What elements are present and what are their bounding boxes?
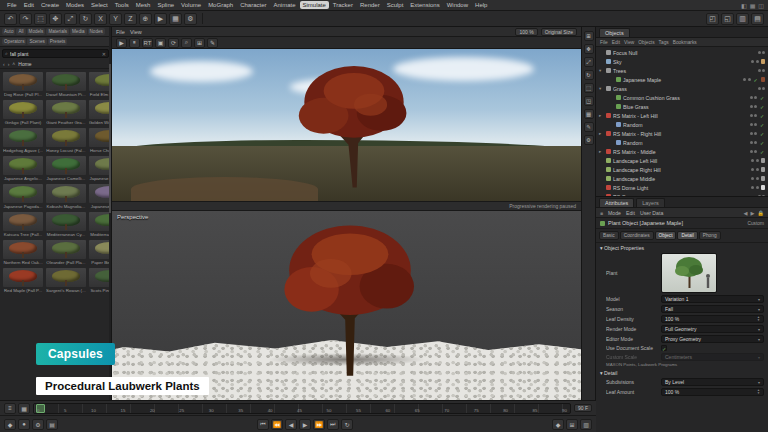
doc-scale-checkbox[interactable]: ✓	[661, 345, 667, 351]
attributes-tab[interactable]: Layers	[636, 198, 665, 207]
transport-button[interactable]: ◀	[285, 419, 297, 430]
transport-button[interactable]: ⏩	[313, 419, 325, 430]
mode-icon[interactable]: ▦	[584, 109, 594, 119]
toolbar-icon[interactable]: ▦	[169, 13, 182, 25]
leaf-density-input[interactable]: 100 %▲▼	[661, 315, 764, 323]
plant-preview-thumbnail[interactable]	[661, 253, 717, 293]
objects-menu-item[interactable]: Bookmarks	[673, 40, 697, 45]
object-row[interactable]: ▸ RS Matrix - Left Hill ✓	[596, 111, 768, 120]
plant-asset-item[interactable]: Kobushi Magnolia...	[45, 183, 87, 210]
mode-icon[interactable]: ⬚	[584, 83, 594, 93]
plant-asset-item[interactable]: Japanese Wisteri...	[88, 183, 111, 210]
plant-asset-item[interactable]: Sargent's Rowan (...	[45, 267, 87, 294]
visibility-dots[interactable]	[743, 78, 751, 81]
plant-asset-item[interactable]: Japanese Camelli...	[45, 155, 87, 182]
asset-filter-tab[interactable]: All	[16, 28, 25, 35]
section-header[interactable]: ▾ Object Properties	[596, 243, 768, 252]
expand-twisty-icon[interactable]: ▸	[599, 113, 604, 118]
layout-preset-icon[interactable]: ◱	[721, 13, 734, 25]
tag-chip-icon[interactable]	[761, 158, 766, 163]
visibility-dots[interactable]	[750, 105, 758, 108]
keyframe-tool-icon[interactable]: ◆	[4, 419, 16, 430]
perspective-viewport[interactable]: Perspective	[112, 211, 581, 400]
enable-check-icon[interactable]: ✓	[759, 104, 765, 110]
toolbar-icon[interactable]: ▶	[154, 13, 167, 25]
renderview-tool-icon[interactable]: ⌕	[181, 38, 192, 48]
season-dropdown[interactable]: Fall▾	[661, 305, 764, 313]
objects-menu-item[interactable]: Edit	[612, 40, 620, 45]
editor-mode-dropdown[interactable]: Proxy Geometry▾	[661, 335, 764, 343]
asset-filter-tab[interactable]: Operators	[2, 38, 26, 45]
toolbar-icon[interactable]: ⬚	[34, 13, 47, 25]
plant-asset-item[interactable]: Honey Locust (Fal...	[45, 127, 87, 154]
renderview-tool-icon[interactable]: ⊞	[194, 38, 205, 48]
object-row[interactable]: ▾ Grass	[596, 84, 768, 93]
mode-icon[interactable]: ⊞	[584, 31, 594, 41]
object-row[interactable]: RS Dome Light	[596, 183, 768, 192]
tag-chip-icon[interactable]	[761, 77, 766, 82]
transport-button[interactable]: ⏮	[257, 419, 269, 430]
attr-section-tab[interactable]: Detail	[677, 231, 697, 240]
custom-ui-label[interactable]: Custom	[747, 221, 764, 226]
toolbar-icon[interactable]: ⤢	[64, 13, 77, 25]
toolbar-icon[interactable]: ⚙	[184, 13, 197, 25]
plant-asset-item[interactable]: Horse Chestnut (F...	[88, 127, 111, 154]
plant-asset-item[interactable]: Golden Weeping W...	[88, 99, 111, 126]
toolbar-icon[interactable]: Y	[109, 13, 122, 25]
transport-button[interactable]: ↻	[341, 419, 353, 430]
attr-section-tab[interactable]: Coordinates	[620, 231, 654, 240]
plant-asset-item[interactable]: Mediterranean Cy...	[45, 211, 87, 238]
object-row[interactable]: ▸ RS Matrix - Middle ✓	[596, 147, 768, 156]
enable-check-icon[interactable]: ✓	[759, 95, 765, 101]
layout-preset-icon[interactable]: ◰	[706, 13, 719, 25]
objects-menu-item[interactable]: Objects	[638, 40, 654, 45]
menu-item[interactable]: Extensions	[407, 1, 442, 9]
object-row[interactable]: ▾ Trees	[596, 66, 768, 75]
asset-filter-tab[interactable]: Materials	[46, 28, 69, 35]
viewport-label[interactable]: Perspective	[117, 214, 148, 220]
menu-item[interactable]: File	[4, 1, 20, 9]
plant-asset-item[interactable]: Dwarf Mountain Pi...	[45, 71, 87, 98]
keyframe-tool-icon[interactable]: ▤	[46, 419, 58, 430]
enable-check-icon[interactable]: ✓	[759, 122, 765, 128]
model-dropdown[interactable]: Variation 1▾	[661, 295, 764, 303]
plant-asset-item[interactable]: Ginkgo (Fall Plant)	[2, 99, 44, 126]
plant-asset-item[interactable]: Japanese Angelic...	[2, 155, 44, 182]
toolbar-icon[interactable]: ✥	[49, 13, 62, 25]
menu-item[interactable]: Tracker	[330, 1, 356, 9]
visibility-dots[interactable]	[751, 60, 759, 63]
expand-twisty-icon[interactable]: ▾	[599, 68, 604, 73]
end-frame-field[interactable]: 90 F	[574, 404, 592, 412]
asset-filter-tab[interactable]: Scenes	[27, 38, 46, 45]
object-row[interactable]: Random ✓	[596, 138, 768, 147]
history-forward-icon[interactable]: ▶	[751, 210, 755, 216]
record-tool-icon[interactable]: ⊞	[566, 419, 578, 430]
enable-check-icon[interactable]: ✓	[753, 77, 759, 83]
layout-icon[interactable]: ◫	[758, 2, 764, 9]
asset-filter-tab[interactable]: Models	[27, 28, 46, 35]
menu-item[interactable]: Select	[88, 1, 111, 9]
record-tool-icon[interactable]: ◆	[552, 419, 564, 430]
breadcrumb[interactable]: Home	[18, 61, 31, 67]
plant-asset-item[interactable]: Scots Pine (Fall P...	[88, 267, 111, 294]
attr-mode-item[interactable]: User Data	[640, 210, 663, 216]
menu-item[interactable]: Animate	[270, 1, 298, 9]
object-row[interactable]: Landscape Middle	[596, 174, 768, 183]
toolbar-icon[interactable]: ⊕	[139, 13, 152, 25]
plant-asset-item[interactable]: Japanese Larch (F...	[88, 155, 111, 182]
keyframe-tool-icon[interactable]: ●	[18, 419, 30, 430]
objects-menu-item[interactable]: File	[600, 40, 608, 45]
objects-menu-item[interactable]: View	[624, 40, 634, 45]
clear-search-icon[interactable]: ✕	[102, 51, 106, 57]
render-view-image[interactable]	[112, 49, 581, 201]
toolbar-icon[interactable]: Z	[124, 13, 137, 25]
visibility-dots[interactable]	[750, 150, 758, 153]
toolbar-icon[interactable]: ↻	[79, 13, 92, 25]
expand-twisty-icon[interactable]: ▸	[599, 149, 604, 154]
plant-asset-item[interactable]: Paper Birch (Fall...	[88, 239, 111, 266]
leaf-amount-input[interactable]: 100 %▲▼	[661, 388, 764, 396]
asset-filter-tab[interactable]: Nodes	[88, 28, 105, 35]
keyframe-tool-icon[interactable]: ⚙	[32, 419, 44, 430]
menu-item[interactable]: Window	[444, 1, 471, 9]
layout-icon[interactable]: ◧	[741, 2, 747, 9]
